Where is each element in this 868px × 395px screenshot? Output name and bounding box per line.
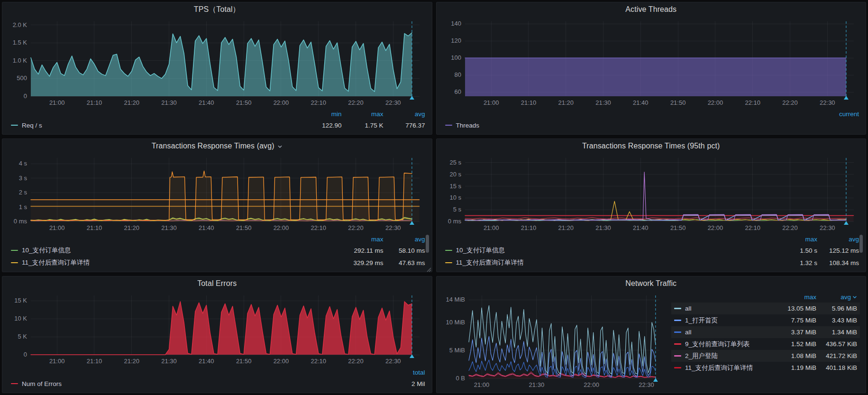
series-max-value: 1.08 MiB: [776, 352, 816, 359]
series-name[interactable]: 10_支付订单信息: [22, 246, 71, 255]
series-name[interactable]: 1_打开首页: [685, 316, 718, 325]
svg-text:21:30: 21:30: [529, 381, 544, 388]
series-color-dash: [445, 262, 452, 264]
panel-resize-handle[interactable]: [426, 266, 431, 271]
svg-text:120: 120: [451, 37, 461, 44]
series-avg-value: 125.12 ms: [817, 247, 859, 254]
legend-row: 9_支付前查询订单列表 1.52 MiB 436.57 KiB: [671, 338, 860, 350]
svg-text:22:20: 22:20: [348, 99, 364, 106]
tps-chart[interactable]: 05001.0 K1.5 K2.0 K21:0021:1021:2021:302…: [7, 17, 427, 109]
svg-text:5 MiB: 5 MiB: [449, 347, 465, 354]
svg-text:21:30: 21:30: [161, 358, 177, 365]
threads-legend: current Threads: [441, 109, 861, 132]
legend-row: 11_支付后查询订单详情 1.32 s 108.34 ms: [445, 257, 859, 269]
svg-text:0 ms: 0 ms: [448, 218, 461, 225]
errors-chart-area: 05 K10 K15 K21:0021:1021:2021:3021:4021:…: [7, 291, 427, 367]
svg-text:22:10: 22:10: [745, 99, 760, 106]
series-name[interactable]: all: [685, 329, 692, 336]
svg-text:21:50: 21:50: [236, 224, 252, 231]
series-avg-value: 58.10 ms: [384, 247, 425, 254]
legend-row: 10_支付订单信息 1.50 s 125.12 ms: [445, 244, 859, 257]
panel-rt-avg-header[interactable]: Transactions Response Times (avg): [7, 139, 427, 153]
svg-text:21:00: 21:00: [49, 99, 65, 106]
svg-text:22:30: 22:30: [385, 358, 401, 365]
network-legend-header-row: max avg: [671, 292, 860, 303]
series-max-value: 3.37 MiB: [776, 329, 816, 336]
svg-text:22:20: 22:20: [348, 224, 364, 231]
series-avg-value: 47.63 ms: [384, 259, 425, 266]
svg-text:0 ms: 0 ms: [14, 218, 27, 225]
legend-header-min[interactable]: min: [300, 110, 342, 118]
svg-text:80: 80: [454, 71, 461, 78]
legend-header-max[interactable]: max: [776, 236, 817, 243]
legend-header-total[interactable]: total: [384, 369, 425, 376]
svg-text:1 s: 1 s: [19, 203, 27, 211]
series-avg-value: 401.18 KiB: [816, 364, 857, 371]
legend-header-max[interactable]: max: [342, 236, 384, 243]
series-name[interactable]: 11_支付后查询订单详情: [22, 258, 90, 267]
svg-text:10 MiB: 10 MiB: [446, 319, 465, 326]
legend-row: Req / s 122.90 1.75 K 776.37: [11, 119, 425, 131]
series-color-dash: [11, 262, 18, 264]
legend-row: 11_支付后查询订单详情 1.19 MiB 401.18 KiB: [671, 362, 860, 374]
legend-header-avg[interactable]: avg: [384, 110, 425, 118]
series-max-value: 13.05 MiB: [776, 305, 816, 312]
svg-text:21:40: 21:40: [633, 99, 649, 106]
legend-header-avg[interactable]: avg: [817, 236, 859, 243]
legend-header-avg[interactable]: avg: [816, 294, 857, 301]
series-name[interactable]: 11_支付后查询订单详情: [456, 258, 524, 267]
legend-header-max[interactable]: max: [342, 110, 384, 118]
svg-text:140: 140: [451, 20, 461, 27]
legend-row: all 13.05 MiB 5.96 MiB: [671, 303, 860, 314]
svg-text:22:20: 22:20: [782, 99, 798, 106]
chevron-down-icon: [852, 295, 857, 300]
panel-title-rt-avg: Transactions Response Times (avg): [152, 142, 274, 150]
svg-text:21:40: 21:40: [633, 224, 649, 231]
legend-header-current[interactable]: current: [817, 110, 859, 118]
network-chart[interactable]: 0 B5 MiB10 MiB14 MiB21:0021:3022:0022:30: [441, 291, 667, 391]
series-name[interactable]: all: [685, 305, 692, 312]
panel-tps: TPS（Total） 05001.0 K1.5 K2.0 K21:0021:10…: [2, 2, 432, 135]
rt-95-chart[interactable]: 0 ms5 s10 s15 s20 s25 s21:0021:1021:2021…: [441, 153, 861, 234]
svg-text:500: 500: [17, 74, 27, 82]
series-name[interactable]: 2_用户登陆: [685, 352, 718, 360]
panel-threads: Active Threads 608010012014021:0021:1021…: [436, 2, 867, 135]
series-name[interactable]: Num of Errors: [22, 380, 62, 387]
panel-title-errors: Total Errors: [197, 279, 237, 288]
panel-errors-header[interactable]: Total Errors: [7, 276, 427, 291]
rt-avg-legend: max avg 10_支付订单信息 292.11 ms 58.10 ms 11_…: [7, 234, 427, 270]
svg-text:22:10: 22:10: [311, 224, 326, 231]
legend-scrollbar[interactable]: [859, 235, 863, 253]
panel-rt-95-header[interactable]: Transactions Response Times (95th pct): [441, 139, 861, 153]
panel-network-header[interactable]: Network Traffic: [441, 276, 861, 291]
threads-chart-area: 608010012014021:0021:1021:2021:3021:4021…: [441, 17, 861, 109]
svg-text:22:00: 22:00: [707, 224, 723, 231]
svg-text:21:20: 21:20: [124, 99, 139, 106]
network-legend: max avg all 13.05 MiB 5.96 MiB 1_打开首页: [667, 291, 861, 391]
series-name[interactable]: Req / s: [22, 122, 42, 129]
threads-chart[interactable]: 608010012014021:0021:1021:2021:3021:4021…: [441, 17, 861, 109]
legend-header-avg[interactable]: avg: [384, 236, 425, 243]
legend-header-max[interactable]: max: [776, 294, 816, 301]
series-name[interactable]: 11_支付后查询订单详情: [685, 364, 753, 372]
errors-chart[interactable]: 05 K10 K15 K21:0021:1021:2021:3021:4021:…: [7, 291, 427, 367]
legend-scrollbar[interactable]: [426, 235, 429, 253]
rt-avg-chart[interactable]: 0 ms1 s2 s3 s4 s21:0021:1021:2021:3021:4…: [7, 153, 427, 234]
series-name[interactable]: 10_支付订单信息: [456, 246, 505, 255]
panel-tps-header[interactable]: TPS（Total）: [7, 2, 427, 17]
svg-text:3 s: 3 s: [19, 175, 27, 182]
panel-threads-header[interactable]: Active Threads: [441, 2, 861, 17]
svg-text:22:10: 22:10: [745, 224, 760, 231]
series-total-value: 2 Mil: [384, 380, 425, 387]
svg-text:21:30: 21:30: [161, 99, 177, 106]
network-body: 0 B5 MiB10 MiB14 MiB21:0021:3022:0022:30…: [441, 291, 861, 391]
svg-text:22:00: 22:00: [274, 358, 289, 365]
series-color-dash: [674, 355, 681, 357]
series-name[interactable]: Threads: [456, 122, 480, 129]
svg-text:21:10: 21:10: [521, 99, 536, 106]
legend-header-avg-label: avg: [841, 294, 851, 301]
svg-text:0 B: 0 B: [456, 375, 465, 382]
series-name[interactable]: 9_支付前查询订单列表: [685, 340, 750, 349]
svg-text:22:10: 22:10: [311, 99, 326, 106]
svg-text:1.5 K: 1.5 K: [13, 39, 27, 46]
